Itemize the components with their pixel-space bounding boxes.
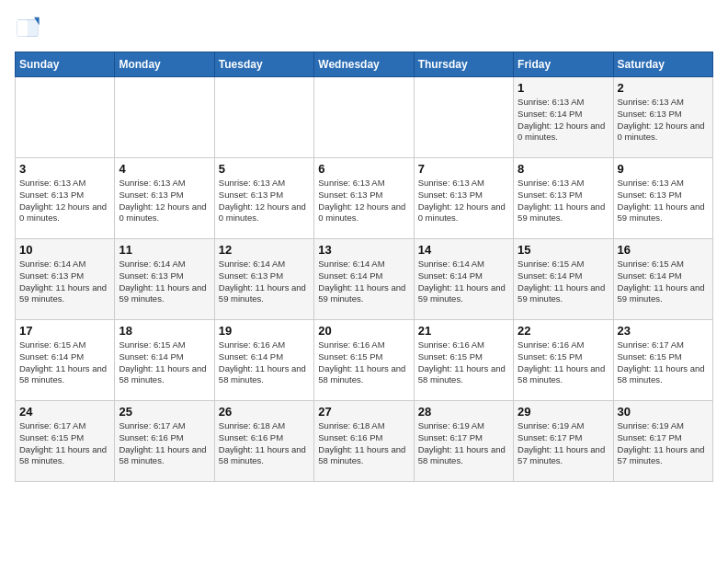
day-info: Sunrise: 6:17 AM Sunset: 6:16 PM Dayligh… bbox=[119, 420, 210, 467]
day-cell-14: 14Sunrise: 6:14 AM Sunset: 6:14 PM Dayli… bbox=[414, 239, 513, 320]
day-cell-17: 17Sunrise: 6:15 AM Sunset: 6:14 PM Dayli… bbox=[16, 320, 115, 401]
day-cell-5: 5Sunrise: 6:13 AM Sunset: 6:13 PM Daylig… bbox=[214, 158, 313, 239]
day-number: 26 bbox=[219, 405, 310, 419]
day-number: 23 bbox=[618, 324, 709, 338]
day-info: Sunrise: 6:14 AM Sunset: 6:14 PM Dayligh… bbox=[418, 259, 509, 305]
day-cell-26: 26Sunrise: 6:18 AM Sunset: 6:16 PM Dayli… bbox=[214, 401, 313, 482]
day-number: 25 bbox=[119, 405, 210, 419]
day-cell-10: 10Sunrise: 6:14 AM Sunset: 6:13 PM Dayli… bbox=[16, 239, 115, 320]
day-cell-30: 30Sunrise: 6:19 AM Sunset: 6:17 PM Dayli… bbox=[613, 401, 712, 482]
day-number: 8 bbox=[518, 162, 609, 176]
day-info: Sunrise: 6:15 AM Sunset: 6:14 PM Dayligh… bbox=[518, 259, 609, 305]
day-info: Sunrise: 6:16 AM Sunset: 6:14 PM Dayligh… bbox=[219, 339, 310, 386]
day-cell-15: 15Sunrise: 6:15 AM Sunset: 6:14 PM Dayli… bbox=[514, 239, 613, 320]
col-header-saturday: Saturday bbox=[613, 52, 712, 77]
day-info: Sunrise: 6:13 AM Sunset: 6:13 PM Dayligh… bbox=[418, 178, 509, 224]
day-info: Sunrise: 6:17 AM Sunset: 6:15 PM Dayligh… bbox=[19, 420, 110, 467]
day-cell-7: 7Sunrise: 6:13 AM Sunset: 6:13 PM Daylig… bbox=[414, 158, 513, 239]
col-header-thursday: Thursday bbox=[414, 52, 513, 77]
day-cell-21: 21Sunrise: 6:16 AM Sunset: 6:15 PM Dayli… bbox=[414, 320, 513, 401]
day-cell-28: 28Sunrise: 6:19 AM Sunset: 6:17 PM Dayli… bbox=[414, 401, 513, 482]
week-row-1: 1Sunrise: 6:13 AM Sunset: 6:14 PM Daylig… bbox=[16, 77, 713, 158]
day-info: Sunrise: 6:13 AM Sunset: 6:13 PM Dayligh… bbox=[219, 178, 310, 224]
day-info: Sunrise: 6:15 AM Sunset: 6:14 PM Dayligh… bbox=[618, 259, 709, 305]
day-cell-3: 3Sunrise: 6:13 AM Sunset: 6:13 PM Daylig… bbox=[16, 158, 115, 239]
day-info: Sunrise: 6:19 AM Sunset: 6:17 PM Dayligh… bbox=[418, 420, 509, 467]
day-number: 16 bbox=[618, 243, 709, 257]
day-number: 17 bbox=[19, 324, 110, 338]
day-number: 28 bbox=[418, 405, 509, 419]
week-row-4: 17Sunrise: 6:15 AM Sunset: 6:14 PM Dayli… bbox=[16, 320, 713, 401]
day-info: Sunrise: 6:15 AM Sunset: 6:14 PM Dayligh… bbox=[119, 339, 210, 386]
empty-cell bbox=[414, 77, 513, 158]
day-cell-23: 23Sunrise: 6:17 AM Sunset: 6:15 PM Dayli… bbox=[613, 320, 712, 401]
day-cell-27: 27Sunrise: 6:18 AM Sunset: 6:16 PM Dayli… bbox=[314, 401, 414, 482]
day-info: Sunrise: 6:14 AM Sunset: 6:14 PM Dayligh… bbox=[318, 259, 409, 305]
day-info: Sunrise: 6:13 AM Sunset: 6:14 PM Dayligh… bbox=[518, 97, 609, 144]
day-cell-12: 12Sunrise: 6:14 AM Sunset: 6:13 PM Dayli… bbox=[214, 239, 313, 320]
week-row-5: 24Sunrise: 6:17 AM Sunset: 6:15 PM Dayli… bbox=[16, 401, 713, 482]
logo-icon bbox=[15, 15, 40, 40]
day-cell-13: 13Sunrise: 6:14 AM Sunset: 6:14 PM Dayli… bbox=[314, 239, 414, 320]
day-info: Sunrise: 6:13 AM Sunset: 6:13 PM Dayligh… bbox=[318, 178, 409, 224]
svg-rect-2 bbox=[17, 20, 28, 37]
day-number: 29 bbox=[518, 405, 609, 419]
day-number: 3 bbox=[19, 162, 110, 176]
day-number: 9 bbox=[618, 162, 709, 176]
day-number: 13 bbox=[318, 243, 409, 257]
day-number: 2 bbox=[618, 81, 709, 95]
day-number: 14 bbox=[418, 243, 509, 257]
day-cell-24: 24Sunrise: 6:17 AM Sunset: 6:15 PM Dayli… bbox=[16, 401, 115, 482]
day-info: Sunrise: 6:13 AM Sunset: 6:13 PM Dayligh… bbox=[518, 178, 609, 224]
col-header-sunday: Sunday bbox=[16, 52, 115, 77]
day-cell-29: 29Sunrise: 6:19 AM Sunset: 6:17 PM Dayli… bbox=[514, 401, 613, 482]
col-header-friday: Friday bbox=[514, 52, 613, 77]
empty-cell bbox=[314, 77, 414, 158]
day-cell-6: 6Sunrise: 6:13 AM Sunset: 6:13 PM Daylig… bbox=[314, 158, 414, 239]
day-number: 22 bbox=[518, 324, 609, 338]
day-cell-1: 1Sunrise: 6:13 AM Sunset: 6:14 PM Daylig… bbox=[514, 77, 613, 158]
day-info: Sunrise: 6:16 AM Sunset: 6:15 PM Dayligh… bbox=[418, 339, 509, 386]
day-info: Sunrise: 6:15 AM Sunset: 6:14 PM Dayligh… bbox=[19, 339, 110, 386]
svg-rect-3 bbox=[28, 20, 38, 37]
day-info: Sunrise: 6:16 AM Sunset: 6:15 PM Dayligh… bbox=[518, 339, 609, 386]
day-cell-2: 2Sunrise: 6:13 AM Sunset: 6:13 PM Daylig… bbox=[613, 77, 712, 158]
day-number: 30 bbox=[618, 405, 709, 419]
day-cell-19: 19Sunrise: 6:16 AM Sunset: 6:14 PM Dayli… bbox=[214, 320, 313, 401]
day-number: 15 bbox=[518, 243, 609, 257]
day-info: Sunrise: 6:13 AM Sunset: 6:13 PM Dayligh… bbox=[618, 178, 709, 224]
day-info: Sunrise: 6:13 AM Sunset: 6:13 PM Dayligh… bbox=[119, 178, 210, 224]
logo bbox=[15, 15, 44, 40]
week-row-2: 3Sunrise: 6:13 AM Sunset: 6:13 PM Daylig… bbox=[16, 158, 713, 239]
day-info: Sunrise: 6:14 AM Sunset: 6:13 PM Dayligh… bbox=[119, 259, 210, 305]
day-info: Sunrise: 6:14 AM Sunset: 6:13 PM Dayligh… bbox=[19, 259, 110, 305]
day-number: 18 bbox=[119, 324, 210, 338]
day-number: 19 bbox=[219, 324, 310, 338]
day-number: 27 bbox=[318, 405, 409, 419]
empty-cell bbox=[214, 77, 313, 158]
day-number: 24 bbox=[19, 405, 110, 419]
day-number: 11 bbox=[119, 243, 210, 257]
day-cell-18: 18Sunrise: 6:15 AM Sunset: 6:14 PM Dayli… bbox=[115, 320, 214, 401]
day-cell-9: 9Sunrise: 6:13 AM Sunset: 6:13 PM Daylig… bbox=[613, 158, 712, 239]
day-number: 6 bbox=[318, 162, 409, 176]
day-number: 5 bbox=[219, 162, 310, 176]
day-info: Sunrise: 6:19 AM Sunset: 6:17 PM Dayligh… bbox=[618, 420, 709, 467]
week-row-3: 10Sunrise: 6:14 AM Sunset: 6:13 PM Dayli… bbox=[16, 239, 713, 320]
day-cell-22: 22Sunrise: 6:16 AM Sunset: 6:15 PM Dayli… bbox=[514, 320, 613, 401]
day-number: 12 bbox=[219, 243, 310, 257]
day-info: Sunrise: 6:14 AM Sunset: 6:13 PM Dayligh… bbox=[219, 259, 310, 305]
col-header-monday: Monday bbox=[115, 52, 214, 77]
day-info: Sunrise: 6:17 AM Sunset: 6:15 PM Dayligh… bbox=[618, 339, 709, 386]
day-info: Sunrise: 6:18 AM Sunset: 6:16 PM Dayligh… bbox=[318, 420, 409, 467]
day-cell-8: 8Sunrise: 6:13 AM Sunset: 6:13 PM Daylig… bbox=[514, 158, 613, 239]
calendar-table: SundayMondayTuesdayWednesdayThursdayFrid… bbox=[15, 52, 713, 482]
day-cell-20: 20Sunrise: 6:16 AM Sunset: 6:15 PM Dayli… bbox=[314, 320, 414, 401]
empty-cell bbox=[16, 77, 115, 158]
col-header-wednesday: Wednesday bbox=[314, 52, 414, 77]
day-number: 10 bbox=[19, 243, 110, 257]
day-info: Sunrise: 6:13 AM Sunset: 6:13 PM Dayligh… bbox=[19, 178, 110, 224]
day-info: Sunrise: 6:13 AM Sunset: 6:13 PM Dayligh… bbox=[618, 97, 709, 144]
days-header-row: SundayMondayTuesdayWednesdayThursdayFrid… bbox=[16, 52, 713, 77]
page-header bbox=[15, 15, 713, 40]
